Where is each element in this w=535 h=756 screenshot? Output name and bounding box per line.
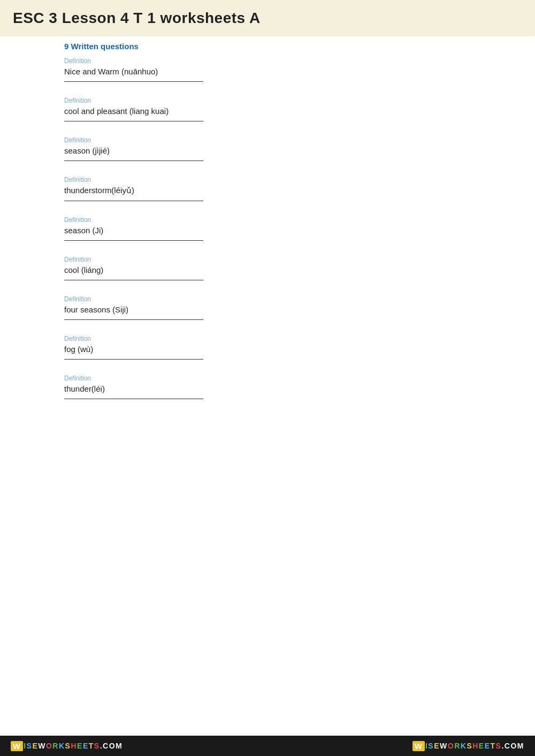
answer-line-4[interactable] — [64, 201, 203, 201]
footer-right: W ISEWORKSHEETS.COM — [402, 741, 535, 751]
answer-line-1[interactable] — [64, 81, 203, 82]
question-item-4: Definitionthunderstorm(léiyǔ) — [64, 176, 471, 201]
definition-label-4: Definition — [64, 176, 471, 184]
answer-line-2[interactable] — [64, 121, 203, 121]
definition-label-9: Definition — [64, 375, 471, 382]
footer-brand-right: ISEWORKSHEETS.COM — [425, 742, 524, 750]
definition-label-8: Definition — [64, 335, 471, 342]
definition-text-1: Nice and Warm (nuānhuo) — [64, 67, 471, 76]
definition-text-3: season (jìjié) — [64, 146, 471, 155]
page-header: ESC 3 Lesson 4 T 1 worksheets A — [0, 0, 535, 36]
answer-line-3[interactable] — [64, 161, 203, 161]
answer-line-8[interactable] — [64, 359, 203, 360]
answer-line-9[interactable] — [64, 399, 203, 399]
footer: W ISEWORKSHEETS.COM W ISEWORKSHEETS.COM — [0, 736, 535, 756]
definition-text-2: cool and pleasant (liang kuai) — [64, 106, 471, 116]
definition-label-2: Definition — [64, 97, 471, 104]
answer-line-5[interactable] — [64, 240, 203, 241]
definition-label-6: Definition — [64, 256, 471, 263]
definition-label-3: Definition — [64, 136, 471, 144]
question-item-5: Definitionseason (Ji) — [64, 216, 471, 241]
definition-text-9: thunder(léi) — [64, 384, 471, 393]
answer-line-6[interactable] — [64, 280, 203, 280]
definition-label-7: Definition — [64, 295, 471, 303]
definition-text-7: four seasons (Siji) — [64, 305, 471, 314]
content-area: DefinitionNice and Warm (nuānhuo)Definit… — [0, 57, 535, 399]
question-item-7: Definitionfour seasons (Siji) — [64, 295, 471, 320]
footer-left: W ISEWORKSHEETS.COM — [0, 741, 133, 751]
footer-logo-w-right: W — [412, 741, 425, 751]
question-item-8: Definitionfog (wù) — [64, 335, 471, 360]
definition-text-4: thunderstorm(léiyǔ) — [64, 186, 471, 195]
definition-text-6: cool (liáng) — [64, 265, 471, 274]
answer-line-7[interactable] — [64, 319, 203, 320]
question-item-9: Definitionthunder(léi) — [64, 375, 471, 399]
question-item-1: DefinitionNice and Warm (nuānhuo) — [64, 57, 471, 82]
definition-text-8: fog (wù) — [64, 345, 471, 354]
definition-label-1: Definition — [64, 57, 471, 65]
question-item-3: Definitionseason (jìjié) — [64, 136, 471, 161]
section-title: 9 Written questions — [0, 42, 535, 57]
footer-brand-left: ISEWORKSHEETS.COM — [24, 742, 123, 750]
question-item-6: Definitioncool (liáng) — [64, 256, 471, 280]
page-title: ESC 3 Lesson 4 T 1 worksheets A — [13, 10, 522, 27]
definition-text-5: season (Ji) — [64, 226, 471, 235]
definition-label-5: Definition — [64, 216, 471, 224]
question-item-2: Definitioncool and pleasant (liang kuai) — [64, 97, 471, 121]
footer-logo-w-left: W — [11, 741, 23, 751]
